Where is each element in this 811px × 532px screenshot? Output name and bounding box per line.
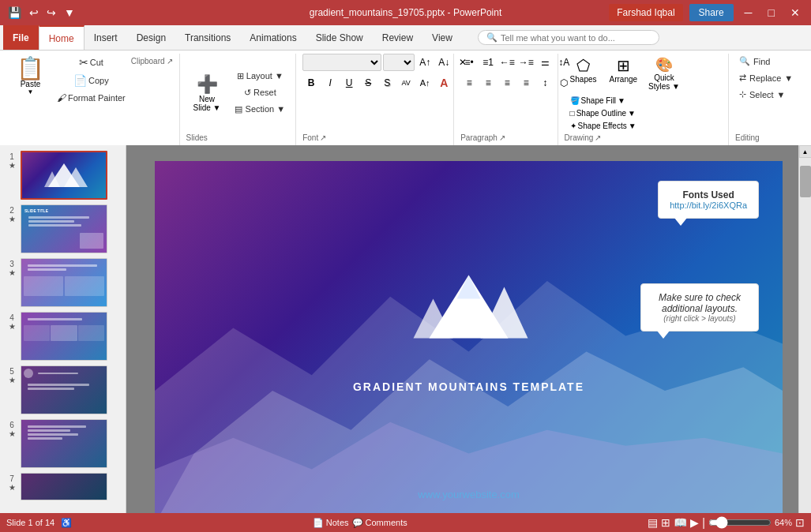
slide-preview-7[interactable]	[21, 473, 107, 500]
save-button[interactable]: 💾	[6, 5, 23, 21]
shadow-button[interactable]: S	[378, 74, 396, 92]
tab-file[interactable]: File	[3, 25, 39, 50]
normal-view-button[interactable]: ▤	[648, 516, 658, 529]
clipboard-expand-icon[interactable]: ↗	[167, 57, 173, 66]
tab-transitions[interactable]: Transitions	[175, 25, 240, 50]
close-button[interactable]: ✕	[786, 6, 805, 19]
slide-preview-1[interactable]	[21, 151, 107, 200]
reset-button[interactable]: ↺ Reset	[231, 85, 289, 100]
slide-thumbnail-1[interactable]: 1 ★	[0, 148, 126, 202]
slide-number-1: 1	[9, 152, 14, 161]
title-bar-left: 💾 ↩ ↪ ▼	[6, 5, 77, 21]
bullets-button[interactable]: ≡•	[460, 54, 478, 71]
line-spacing-button[interactable]: ↕	[536, 74, 554, 92]
decrease-font-button[interactable]: A↓	[435, 54, 452, 71]
maximize-button[interactable]: □	[764, 6, 779, 19]
cut-button[interactable]: ✂ Cut	[53, 54, 130, 71]
strikethrough-button[interactable]: S	[359, 74, 377, 92]
user-button[interactable]: Farshad Iqbal	[609, 4, 682, 21]
font-family-select[interactable]	[302, 54, 381, 71]
undo-button[interactable]: ↩	[28, 5, 40, 21]
tab-home[interactable]: Home	[39, 25, 84, 50]
slide-thumbnail-2[interactable]: 2 ★ SLIDE TITLE	[0, 202, 126, 256]
slide-sorter-button[interactable]: ⊞	[661, 516, 670, 529]
redo-button[interactable]: ↪	[45, 5, 58, 21]
slide-thumbnail-4[interactable]: 4 ★	[0, 309, 126, 363]
tab-insert[interactable]: Insert	[84, 25, 127, 50]
share-button[interactable]: Share	[689, 4, 734, 21]
font-color-up-button[interactable]: A↑	[416, 74, 434, 92]
status-center: 📄 Notes 💬 Comments	[313, 518, 407, 528]
slide-preview-2[interactable]: SLIDE TITLE	[21, 204, 107, 253]
quick-styles-button[interactable]: 🎨 Quick Styles ▼	[644, 54, 684, 93]
status-left: Slide 1 of 14 ♿	[6, 518, 72, 528]
reading-view-button[interactable]: 📖	[674, 516, 687, 529]
slide-thumbnail-3[interactable]: 3 ★	[0, 256, 126, 309]
mountain-logo-svg	[390, 267, 548, 369]
italic-button[interactable]: I	[321, 74, 339, 92]
star-icon-2: ★	[9, 215, 16, 223]
scroll-track[interactable]	[799, 158, 812, 526]
char-spacing-button[interactable]: AV	[397, 74, 415, 92]
paste-button[interactable]: 📋 Paste ▼	[9, 54, 51, 99]
increase-font-button[interactable]: A↑	[416, 54, 434, 71]
slide-preview-5[interactable]	[21, 365, 107, 414]
drawing-expand-icon[interactable]: ↗	[595, 133, 601, 142]
new-slide-button[interactable]: ➕ New Slide ▼	[186, 72, 228, 114]
align-center-button[interactable]: ≡	[479, 74, 497, 92]
editing-group-content: 🔍 Find ⇄ Replace ▼ ⊹ Select ▼	[735, 54, 797, 132]
arrange-button[interactable]: ⊞ Arrange	[606, 54, 642, 86]
shape-outline-button[interactable]: □ Shape Outline ▼	[568, 107, 639, 119]
tab-animations[interactable]: Animations	[240, 25, 306, 50]
callout1-line2: http://bit.ly/2i6XQRa	[670, 200, 747, 210]
decrease-indent-button[interactable]: ←≡	[498, 54, 516, 71]
replace-button[interactable]: ⇄ Replace ▼	[735, 70, 797, 85]
accessibility-button[interactable]: ♿	[61, 518, 72, 528]
comments-button[interactable]: 💬 Comments	[352, 518, 407, 528]
paragraph-expand-icon[interactable]: ↗	[499, 133, 505, 142]
layout-button[interactable]: ⊞ Layout ▼	[231, 69, 289, 84]
columns-button[interactable]: ⚌	[536, 54, 554, 71]
tab-design[interactable]: Design	[127, 25, 175, 50]
slide-preview-3[interactable]	[21, 258, 107, 307]
minimize-button[interactable]: ─	[740, 6, 757, 19]
slide-thumbnail-6[interactable]: 6 ★	[0, 417, 126, 470]
tell-me-input[interactable]	[501, 33, 651, 43]
copy-button[interactable]: 📄 Copy	[53, 72, 130, 89]
justify-button[interactable]: ≡	[517, 74, 535, 92]
fit-to-window-button[interactable]: ⊡	[795, 516, 805, 529]
increase-indent-button[interactable]: →≡	[517, 54, 535, 71]
format-painter-button[interactable]: 🖌 Format Painter	[53, 90, 130, 106]
font-expand-icon[interactable]: ↗	[320, 133, 326, 142]
shapes-button[interactable]: ⬠ Shapes	[565, 54, 603, 86]
find-button[interactable]: 🔍 Find	[735, 54, 774, 69]
slide-preview-6[interactable]	[21, 419, 107, 468]
font-color-button[interactable]: A	[435, 74, 452, 92]
main-area: 1 ★ 2 ★	[0, 145, 811, 532]
underline-button[interactable]: U	[340, 74, 358, 92]
tab-review[interactable]: Review	[373, 25, 422, 50]
tab-view[interactable]: View	[422, 25, 462, 50]
select-button[interactable]: ⊹ Select ▼	[735, 87, 789, 102]
scroll-up-btn[interactable]: ▲	[799, 145, 812, 158]
ribbon-tabs: File Home Insert Design Transitions Anim…	[0, 25, 811, 51]
shape-fill-button[interactable]: 🪣 Shape Fill ▼	[568, 95, 639, 107]
numbering-button[interactable]: ≡1	[479, 54, 497, 71]
font-group-content: A↑ A↓ ✕ B I U S S AV A↑ A	[302, 54, 471, 132]
slide-preview-4[interactable]	[21, 312, 107, 361]
align-left-button[interactable]: ≡	[460, 74, 478, 92]
bold-button[interactable]: B	[302, 74, 320, 92]
tab-slideshow[interactable]: Slide Show	[306, 25, 373, 50]
shape-effects-button[interactable]: ✦ Shape Effects ▼	[568, 120, 639, 132]
slide-thumbnail-5[interactable]: 5 ★	[0, 363, 126, 417]
window-title: gradient_mountains_19705.pptx - PowerPoi…	[310, 7, 502, 18]
zoom-slider[interactable]	[708, 516, 772, 529]
notes-button[interactable]: 📄 Notes	[313, 518, 349, 528]
slideshow-view-button[interactable]: ▶	[690, 516, 699, 529]
align-right-button[interactable]: ≡	[498, 74, 516, 92]
font-size-select[interactable]	[383, 54, 415, 71]
slide-thumbnail-7[interactable]: 7 ★	[0, 470, 126, 503]
customize-button[interactable]: ▼	[62, 5, 77, 21]
section-button[interactable]: ▤ Section ▼	[231, 102, 289, 117]
callout1-tail	[674, 218, 687, 226]
